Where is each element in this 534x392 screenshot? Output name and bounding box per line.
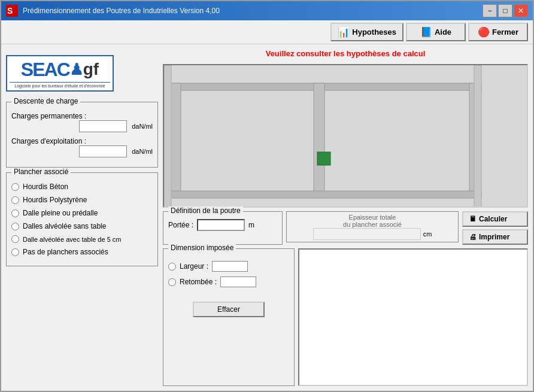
charges-permanentes-input-row: daN/ml [11, 120, 153, 132]
maximize-button[interactable]: □ [498, 4, 512, 17]
fermer-label: Fermer [492, 28, 518, 37]
epaisseur-label-line1: Epaisseur totale [292, 214, 453, 221]
radio-retombee-input[interactable] [168, 278, 176, 286]
plancher-options: Hourdis Béton Hourdis Polystyrène Dalle … [11, 183, 153, 256]
charges-permanentes-input[interactable] [79, 120, 127, 132]
portee-label: Portée : [168, 221, 193, 229]
dimension-imposee-group: Dimension imposée Largeur : Retombée : [163, 248, 295, 386]
poutre-groupbox: Définition de la poutre Portée : m [163, 211, 283, 245]
radio-dalles-alveolee-sans-label: Dalles alvéolée sans table [23, 222, 106, 230]
aide-label: Aide [435, 28, 451, 37]
retombee-value-input[interactable] [220, 276, 256, 287]
epaisseur-label-line2: du plancher associé [292, 221, 453, 228]
radio-pas-de-plancher-input[interactable] [11, 248, 19, 256]
charges-permanentes-row: Charges permanentes : daN/ml [11, 112, 153, 132]
radio-dalle-alveolee-avec-input[interactable] [11, 235, 19, 243]
portee-unit: m [248, 221, 254, 229]
svg-rect-8 [164, 65, 171, 206]
svg-text:S: S [7, 6, 13, 16]
radio-hourdis-polystyrene-input[interactable] [11, 196, 19, 204]
minimize-button[interactable]: − [483, 4, 497, 17]
logo-igf: gf [83, 60, 99, 79]
charges-exploitation-input-row: daN/ml [11, 145, 153, 157]
right-panel: Veuillez consulter les hypothèses de cal… [163, 44, 533, 391]
logo-tagline: Logiciels pour les bureaux d'étude et d'… [10, 82, 110, 88]
radio-hourdis-beton-input[interactable] [11, 183, 19, 191]
effacer-button[interactable]: Effacer [193, 302, 265, 317]
imprimer-label: Imprimer [479, 233, 509, 241]
radio-dalle-alveolee-avec[interactable]: Dalle alvéolée avec table de 5 cm [11, 235, 153, 243]
svg-rect-7 [170, 191, 481, 198]
imprimer-button[interactable]: 🖨 Imprimer [462, 229, 528, 245]
radio-hourdis-beton[interactable]: Hourdis Béton [11, 183, 153, 191]
radio-dalle-pleine-label: Dalle pleine ou prédalle [23, 209, 98, 217]
fermer-icon: 🔴 [478, 26, 490, 38]
logo-seac: SEAC [21, 59, 69, 81]
epaisseur-input[interactable] [313, 228, 421, 240]
hypotheses-icon: 📊 [338, 26, 350, 38]
portee-input[interactable] [197, 219, 245, 231]
svg-rect-10 [317, 152, 330, 165]
action-buttons: 🖩 Calculer 🖨 Imprimer [462, 211, 528, 245]
chess-icon: ♟ [69, 60, 83, 79]
descente-groupbox-title: Descente de charge [11, 97, 80, 105]
calculer-label: Calculer [479, 215, 507, 223]
radio-hourdis-beton-label: Hourdis Béton [23, 183, 68, 191]
toolbar: 📊 Hypotheses 📘 Aide 🔴 Fermer [1, 20, 533, 44]
radio-dalle-pleine[interactable]: Dalle pleine ou prédalle [11, 209, 153, 217]
poutre-groupbox-title: Définition de la poutre [168, 206, 243, 215]
radio-largeur[interactable]: Largeur : [168, 261, 289, 272]
radio-largeur-input[interactable] [168, 263, 176, 271]
charges-exploitation-label: Charges d'exploitation : [11, 137, 153, 145]
charges-exploitation-row: Charges d'exploitation : daN/ml [11, 137, 153, 157]
logo-box: SEAC ♟ gf Logiciels pour les bureaux d'é… [6, 55, 114, 92]
hypotheses-button[interactable]: 📊 Hypotheses [330, 23, 403, 41]
radio-dalles-alveolee-sans-input[interactable] [11, 223, 19, 230]
radio-retombee-label: Retombée : [180, 278, 217, 286]
aide-icon: 📘 [420, 26, 432, 38]
radio-dalle-pleine-input[interactable] [11, 209, 19, 217]
poutre-definition-row: Définition de la poutre Portée : m Epais… [163, 211, 528, 245]
calculer-icon: 🖩 [469, 215, 477, 223]
dimension-options: Largeur : Retombée : [168, 261, 289, 287]
radio-dalles-alveolee-sans[interactable]: Dalles alvéolée sans table [11, 222, 153, 230]
logo-area: SEAC ♟ gf Logiciels pour les bureaux d'é… [6, 49, 158, 97]
charges-exploitation-unit: daN/ml [132, 148, 153, 155]
logo-main: SEAC ♟ gf [21, 59, 99, 81]
plancher-groupbox-title: Plancher associé [11, 168, 71, 176]
aide-button[interactable]: 📘 Aide [406, 23, 466, 41]
epaisseur-input-row: cm [292, 228, 453, 240]
dimension-imposee-title: Dimension imposée [168, 244, 236, 252]
svg-rect-3 [170, 83, 481, 90]
main-window: S Prédimensionnement des Poutres de Indu… [0, 0, 534, 392]
hypotheses-label: Hypotheses [352, 28, 396, 37]
calculer-button[interactable]: 🖩 Calculer [462, 211, 528, 227]
svg-rect-5 [314, 83, 324, 194]
svg-rect-4 [170, 83, 181, 194]
window-title: Prédimensionnement des Poutres de Indutr… [23, 7, 220, 15]
portee-row: Portée : m [168, 219, 254, 231]
app-icon: S [6, 5, 18, 17]
largeur-value-input[interactable] [212, 261, 248, 272]
fermer-button[interactable]: 🔴 Fermer [468, 23, 528, 41]
imprimer-icon: 🖨 [469, 233, 477, 241]
charges-permanentes-unit: daN/ml [132, 123, 153, 130]
radio-hourdis-polystyrene-label: Hourdis Polystyrène [23, 196, 87, 204]
diagram-area [163, 64, 528, 208]
poutre-definition-inner: Portée : m [168, 219, 277, 231]
message-text: Veuillez consulter les hypothèses de cal… [266, 49, 426, 58]
radio-largeur-label: Largeur : [180, 262, 208, 271]
epaisseur-group: Epaisseur totale du plancher associé cm [286, 211, 459, 242]
window-close-button[interactable]: ✕ [514, 4, 528, 17]
title-bar-left: S Prédimensionnement des Poutres de Indu… [6, 5, 220, 17]
charges-exploitation-input[interactable] [79, 145, 127, 157]
radio-hourdis-polystyrene[interactable]: Hourdis Polystyrène [11, 196, 153, 204]
radio-retombee[interactable]: Retombée : [168, 276, 289, 287]
radio-dalle-alveolee-avec-label: Dalle alvéolée avec table de 5 cm [23, 236, 121, 243]
content-area: SEAC ♟ gf Logiciels pour les bureaux d'é… [1, 44, 533, 391]
charges-permanentes-label: Charges permanentes : [11, 112, 153, 120]
svg-rect-9 [474, 65, 481, 206]
effacer-row: Effacer [168, 297, 289, 317]
radio-pas-de-plancher[interactable]: Pas de planchers associés [11, 248, 153, 256]
bottom-row: Dimension imposée Largeur : Retombée : [163, 248, 528, 386]
